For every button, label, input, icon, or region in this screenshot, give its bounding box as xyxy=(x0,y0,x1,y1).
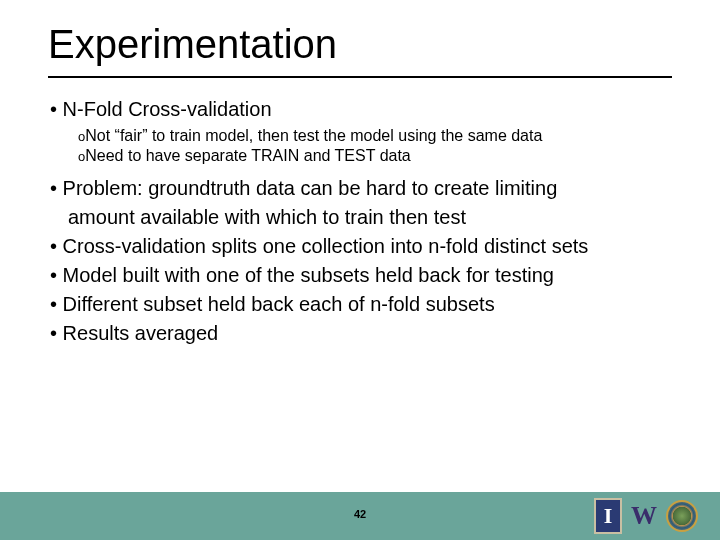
bullet-cv-splits: Cross-validation splits one collection i… xyxy=(50,234,680,259)
logo-row: I W xyxy=(594,498,698,534)
slide: Experimentation N-Fold Cross-validation … xyxy=(0,0,720,540)
bullet-problem-cont: amount available with which to train the… xyxy=(50,205,680,230)
spacer xyxy=(50,166,680,176)
sub-bullet-separate: Need to have separate TRAIN and TEST dat… xyxy=(50,146,680,166)
sub-bullet-fair: Not “fair” to train model, then test the… xyxy=(50,126,680,146)
bullet-text: Results averaged xyxy=(63,322,219,344)
bullet-model-built: Model built with one of the subsets held… xyxy=(50,263,680,288)
bullet-problem: Problem: groundtruth data can be hard to… xyxy=(50,176,680,201)
bullet-text: Problem: groundtruth data can be hard to… xyxy=(63,177,558,199)
bullet-text: N-Fold Cross-validation xyxy=(63,98,272,120)
title-underline xyxy=(48,76,672,78)
slide-content: N-Fold Cross-validation Not “fair” to tr… xyxy=(0,67,720,346)
seal-logo-icon xyxy=(666,500,698,532)
illinois-logo-icon: I xyxy=(594,498,622,534)
sub-text: Need to have separate TRAIN and TEST dat… xyxy=(85,147,411,164)
bullet-text: amount available with which to train the… xyxy=(68,206,466,228)
bullet-text: Cross-validation splits one collection i… xyxy=(63,235,589,257)
sub-text: Not “fair” to train model, then test the… xyxy=(85,127,542,144)
bullet-text: Different subset held back each of n-fol… xyxy=(63,293,495,315)
bullet-text: Model built with one of the subsets held… xyxy=(63,264,554,286)
logo-letter: I xyxy=(604,503,613,529)
slide-title: Experimentation xyxy=(0,0,720,67)
bullet-results-averaged: Results averaged xyxy=(50,321,680,346)
bullet-nfold: N-Fold Cross-validation xyxy=(50,97,680,122)
bullet-different-subset: Different subset held back each of n-fol… xyxy=(50,292,680,317)
washington-logo-icon: W xyxy=(626,498,662,534)
logo-letter: W xyxy=(631,501,657,531)
